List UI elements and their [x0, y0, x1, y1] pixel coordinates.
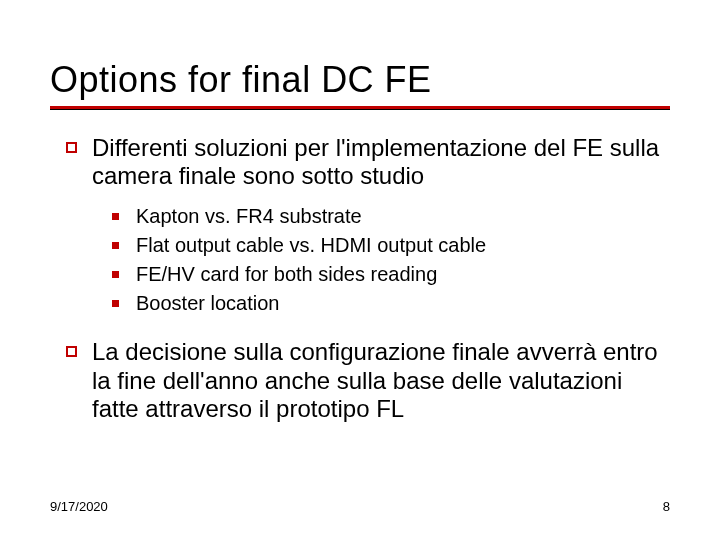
- subbullet-text: FE/HV card for both sides reading: [136, 262, 670, 287]
- bullet-level2: Kapton vs. FR4 substrate: [50, 204, 670, 229]
- square-open-icon: [50, 338, 92, 423]
- slide-body: Differenti soluzioni per l'implementazio…: [50, 112, 670, 424]
- subbullet-text: Flat output cable vs. HDMI output cable: [136, 233, 670, 258]
- square-solid-icon: [50, 291, 136, 316]
- title-block: Options for final DC FE: [50, 0, 670, 112]
- bullet-level1: Differenti soluzioni per l'implementazio…: [50, 134, 670, 191]
- bullet-text: Differenti soluzioni per l'implementazio…: [92, 134, 670, 191]
- slide-footer: 9/17/2020 8: [50, 499, 670, 514]
- sublist: Kapton vs. FR4 substrate Flat output cab…: [50, 204, 670, 316]
- footer-date: 9/17/2020: [50, 499, 108, 514]
- subbullet-text: Kapton vs. FR4 substrate: [136, 204, 670, 229]
- square-solid-icon: [50, 262, 136, 287]
- bullet-level2: FE/HV card for both sides reading: [50, 262, 670, 287]
- subbullet-text: Booster location: [136, 291, 670, 316]
- square-open-icon: [50, 134, 92, 191]
- bullet-level1: La decisione sulla configurazione finale…: [50, 338, 670, 423]
- slide-title: Options for final DC FE: [50, 60, 670, 100]
- square-solid-icon: [50, 204, 136, 229]
- footer-page: 8: [663, 499, 670, 514]
- bullet-level2: Booster location: [50, 291, 670, 316]
- slide: Options for final DC FE Differenti soluz…: [0, 0, 720, 540]
- bullet-text: La decisione sulla configurazione finale…: [92, 338, 670, 423]
- square-solid-icon: [50, 233, 136, 258]
- bullet-level2: Flat output cable vs. HDMI output cable: [50, 233, 670, 258]
